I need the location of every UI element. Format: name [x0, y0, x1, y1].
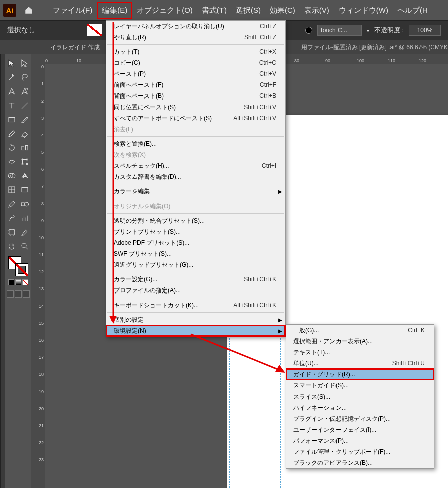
menu-item[interactable]: ペースト(P)Ctrl+V: [106, 68, 285, 79]
menu-item[interactable]: 透明の分割・統合プリセット(S)...: [106, 215, 285, 226]
blend-tool-icon[interactable]: [19, 198, 31, 210]
mesh-tool-icon[interactable]: [6, 184, 18, 196]
eraser-tool-icon[interactable]: [19, 128, 31, 140]
document-tab[interactable]: イラレガイド 作成: [50, 43, 100, 52]
free-transform-tool-icon[interactable]: [19, 156, 31, 168]
lasso-tool-icon[interactable]: [19, 71, 31, 83]
menu-item[interactable]: スペルチェック(H)...Ctrl+I: [106, 160, 285, 171]
opacity-value[interactable]: 100%: [409, 25, 441, 36]
shape-builder-tool-icon[interactable]: [6, 170, 18, 182]
svg-rect-15: [9, 230, 14, 235]
selection-tool-icon[interactable]: [6, 57, 18, 69]
draw-inside-icon[interactable]: [23, 290, 30, 298]
menu-bar: ファイル(F) 編集(E) オブジェクト(O) 書式(T) 選択(S) 効果(C…: [48, 2, 432, 19]
menu-item[interactable]: パフォーマンス(P)...: [286, 435, 434, 446]
menu-item[interactable]: SWF プリセット(S)...: [106, 248, 285, 259]
pen-tool-icon[interactable]: [6, 85, 18, 97]
magic-wand-tool-icon[interactable]: [6, 71, 18, 83]
menu-item[interactable]: テキスト(T)...: [286, 347, 434, 358]
slice-tool-icon[interactable]: [19, 226, 31, 238]
menu-item[interactable]: ファイル管理・クリップボード(F)...: [286, 446, 434, 457]
menu-item[interactable]: Adobe PDF プリセット(S)...: [106, 237, 285, 248]
color-mode-none-icon[interactable]: [22, 279, 28, 285]
menu-item[interactable]: やり直し(R)Shift+Ctrl+Z: [106, 32, 285, 43]
artboard-tool-icon[interactable]: [6, 226, 18, 238]
stroke-swatch-icon2[interactable]: [15, 263, 28, 276]
menu-item[interactable]: 環境設定(N)▶: [106, 325, 285, 336]
menu-item[interactable]: スライス(S)...: [286, 391, 434, 402]
menu-item[interactable]: カスタム辞書を編集(D)...: [106, 171, 285, 182]
menu-item[interactable]: ハイフネーション...: [286, 402, 434, 413]
menu-select[interactable]: 選択(S): [231, 2, 265, 19]
menu-help[interactable]: ヘルプ(H: [393, 2, 432, 19]
color-mode-solid-icon[interactable]: [8, 279, 14, 285]
menu-item[interactable]: 個別の設定▶: [106, 314, 285, 325]
chevron-down-icon[interactable]: ▾: [367, 28, 369, 33]
menu-item[interactable]: プラグイン・仮想記憶ディスク(P)...: [286, 413, 434, 424]
fill-stroke-swatch[interactable]: [8, 256, 28, 276]
draw-behind-icon[interactable]: [15, 290, 22, 298]
menu-item[interactable]: 選択範囲・アンカー表示(A)...: [286, 336, 434, 347]
menu-file[interactable]: ファイル(F): [48, 2, 97, 19]
menu-view[interactable]: 表示(V): [300, 2, 334, 19]
menu-item[interactable]: ユーザーインターフェイス(I)...: [286, 424, 434, 435]
menu-item[interactable]: すべてのアートボードにペースト(S)Alt+Shift+Ctrl+V: [106, 113, 285, 124]
line-tool-icon[interactable]: [19, 100, 31, 112]
svg-rect-3: [25, 146, 28, 150]
menu-edit[interactable]: 編集(E): [97, 2, 132, 19]
color-mode-gradient-icon[interactable]: [15, 279, 21, 285]
app-logo: Ai: [3, 4, 16, 17]
svg-point-0: [22, 74, 27, 78]
menu-item[interactable]: カラーを編集▶: [106, 186, 285, 197]
menu-type[interactable]: 書式(T): [197, 2, 231, 19]
paintbrush-tool-icon[interactable]: [19, 114, 31, 126]
column-graph-tool-icon[interactable]: [19, 212, 31, 224]
home-icon[interactable]: [23, 5, 34, 16]
menu-item[interactable]: レイヤーパネルオプションの取り消し(U)Ctrl+Z: [106, 21, 285, 32]
draw-normal-icon[interactable]: [7, 290, 14, 298]
rotate-tool-icon[interactable]: [6, 142, 18, 154]
reflect-tool-icon[interactable]: [19, 142, 31, 154]
menu-window[interactable]: ウィンドウ(W): [334, 2, 393, 19]
perspective-grid-tool-icon[interactable]: [19, 170, 31, 182]
menu-item[interactable]: カラー設定(G)...Shift+Ctrl+K: [106, 274, 285, 285]
eyedropper-tool-icon[interactable]: [6, 198, 18, 210]
gradient-tool-icon[interactable]: [19, 184, 31, 196]
svg-point-16: [22, 243, 26, 248]
width-tool-icon[interactable]: [6, 156, 18, 168]
edit-menu-dropdown: レイヤーパネルオプションの取り消し(U)Ctrl+Zやり直し(R)Shift+C…: [106, 20, 286, 337]
menu-item[interactable]: プリントプリセット(S)...: [106, 226, 285, 237]
type-tool-icon[interactable]: [6, 100, 18, 112]
menu-item[interactable]: 一般(G)...Ctrl+K: [286, 325, 434, 336]
hand-tool-icon[interactable]: [6, 240, 18, 252]
symbol-sprayer-tool-icon[interactable]: [6, 212, 18, 224]
rectangle-tool-icon[interactable]: [6, 114, 18, 126]
menu-item[interactable]: カット(T)Ctrl+X: [106, 46, 285, 57]
menu-item[interactable]: 背面へペースト(B)Ctrl+B: [106, 90, 285, 102]
menu-item[interactable]: ガイド・グリッド(R)...: [286, 369, 434, 380]
pencil-tool-icon[interactable]: [6, 128, 18, 140]
menu-item[interactable]: 単位(U)...Shift+Ctrl+U: [286, 358, 434, 369]
menu-object[interactable]: オブジェクト(O): [132, 2, 197, 19]
curvature-tool-icon[interactable]: [19, 85, 31, 97]
touch-dropdown[interactable]: Touch C...: [317, 25, 362, 36]
panel-collapse-bar[interactable]: [0, 54, 5, 488]
menu-item[interactable]: 遠近グリッドプリセット(G)...: [106, 259, 285, 270]
stroke-swatch-icon[interactable]: [87, 24, 102, 36]
zoom-tool-icon[interactable]: [19, 240, 31, 252]
svg-rect-13: [21, 203, 24, 206]
menu-item[interactable]: 同じ位置にペースト(S)Shift+Ctrl+V: [106, 102, 285, 113]
menu-item[interactable]: プロファイルの指定(A)...: [106, 285, 285, 296]
fill-circle-icon[interactable]: [305, 27, 312, 34]
document-tab-info: 用ファイル-配置済み [更新済み] .ai* @ 66.67% (CMYK: [301, 43, 448, 52]
menu-item[interactable]: ブラックのアピアランス(B)...: [286, 457, 434, 468]
menu-item[interactable]: キーボードショートカット(K)...Alt+Shift+Ctrl+K: [106, 300, 285, 311]
menu-item[interactable]: スマートガイド(S)...: [286, 380, 434, 391]
selection-status: 選択なし: [7, 26, 35, 35]
menu-item[interactable]: コピー(C)Ctrl+C: [106, 57, 285, 68]
menu-effect[interactable]: 効果(C): [265, 2, 300, 19]
menu-item[interactable]: 検索と置換(E)...: [106, 138, 285, 149]
direct-selection-tool-icon[interactable]: [19, 57, 31, 69]
menu-item[interactable]: 前面へペースト(F)Ctrl+F: [106, 79, 285, 90]
svg-point-14: [25, 202, 29, 206]
